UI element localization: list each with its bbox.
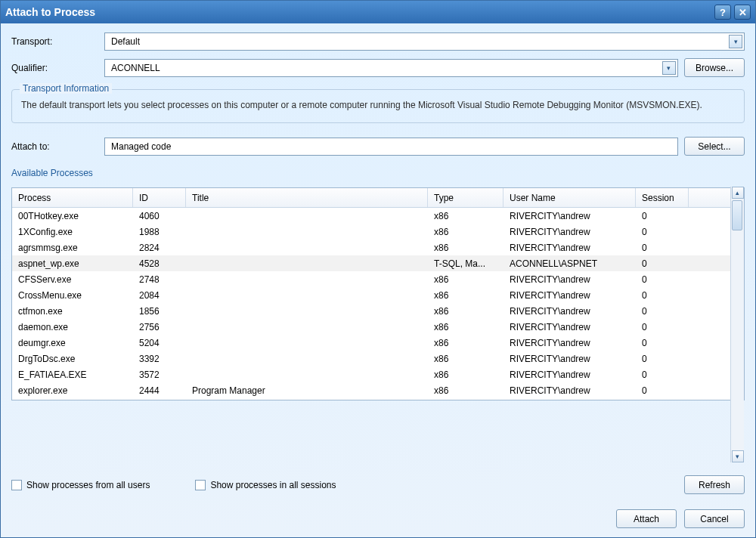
cell-process: E_FATIAEA.EXE xyxy=(12,369,133,380)
qualifier-value: ACONNELL xyxy=(111,63,160,73)
show-all-sessions-label: Show processes in all sessions xyxy=(210,480,336,490)
cell-user: RIVERCITY\andrew xyxy=(503,369,636,380)
cell-type: x86 xyxy=(428,385,503,396)
table-row[interactable]: agrsmmsg.exe2824x86RIVERCITY\andrew0 xyxy=(12,240,744,255)
scroll-up-icon[interactable]: ▴ xyxy=(732,187,744,199)
qualifier-combo[interactable]: ACONNELL ▾ xyxy=(104,59,678,77)
cell-id: 2824 xyxy=(133,243,186,253)
titlebar[interactable]: Attach to Process ? ✕ xyxy=(1,1,755,23)
cell-session: 0 xyxy=(636,211,689,221)
cell-session: 0 xyxy=(636,385,689,396)
show-all-users-checkbox[interactable]: Show processes from all users xyxy=(11,480,150,490)
chevron-down-icon[interactable]: ▾ xyxy=(662,61,676,75)
table-row[interactable]: 1XConfig.exe1988x86RIVERCITY\andrew0 xyxy=(12,224,744,240)
process-list[interactable]: Process ID Title Type User Name Session … xyxy=(11,187,745,400)
table-row[interactable]: aspnet_wp.exe4528T-SQL, Ma...ACONNELL\AS… xyxy=(12,255,744,271)
window-title: Attach to Process xyxy=(5,6,95,18)
transport-info-group: Transport Information The default transp… xyxy=(11,89,745,123)
col-id[interactable]: ID xyxy=(133,188,186,207)
cell-id: 2084 xyxy=(133,290,186,301)
cell-process: 1XConfig.exe xyxy=(12,227,133,237)
table-row[interactable]: E_FATIAEA.EXE3572x86RIVERCITY\andrew0 xyxy=(12,366,744,382)
cell-user: RIVERCITY\andrew xyxy=(503,338,636,348)
cell-type: x86 xyxy=(428,322,503,332)
cell-session: 0 xyxy=(636,338,689,348)
browse-button[interactable]: Browse... xyxy=(684,58,745,77)
cell-session: 0 xyxy=(636,306,689,317)
checkbox-icon[interactable] xyxy=(11,480,22,490)
cell-type: x86 xyxy=(428,369,503,380)
cell-user: RIVERCITY\andrew xyxy=(503,211,636,221)
close-button[interactable]: ✕ xyxy=(734,5,751,20)
chevron-down-icon[interactable]: ▾ xyxy=(729,35,742,48)
cell-title: Program Manager xyxy=(186,385,428,396)
cell-id: 2444 xyxy=(133,385,186,396)
scroll-thumb[interactable] xyxy=(732,200,742,230)
cell-session: 0 xyxy=(636,369,689,380)
table-row[interactable]: CFSServ.exe2748x86RIVERCITY\andrew0 xyxy=(12,271,744,287)
cell-id: 5204 xyxy=(133,338,186,348)
cell-id: 4528 xyxy=(133,258,186,269)
vertical-scrollbar[interactable]: ▴ ▾ xyxy=(730,187,744,462)
col-title[interactable]: Title xyxy=(186,188,428,207)
list-header: Process ID Title Type User Name Session xyxy=(12,188,744,208)
table-row[interactable]: DrgToDsc.exe3392x86RIVERCITY\andrew0 xyxy=(12,351,744,366)
cell-process: 00THotkey.exe xyxy=(12,211,133,221)
cell-user: RIVERCITY\andrew xyxy=(503,227,636,237)
cell-id: 3392 xyxy=(133,354,186,364)
cell-process: aspnet_wp.exe xyxy=(12,258,133,269)
col-type[interactable]: Type xyxy=(428,188,503,207)
show-all-sessions-checkbox[interactable]: Show processes in all sessions xyxy=(195,480,336,490)
cell-type: x86 xyxy=(428,243,503,253)
cell-session: 0 xyxy=(636,290,689,301)
cell-user: RIVERCITY\andrew xyxy=(503,322,636,332)
transport-combo[interactable]: Default ▾ xyxy=(104,32,745,51)
available-processes-label: Available Processes xyxy=(11,168,745,178)
transport-info-title: Transport Information xyxy=(20,83,112,94)
attach-to-process-dialog: Attach to Process ? ✕ Transport: Default… xyxy=(0,0,756,538)
table-row[interactable]: explorer.exe2444Program Managerx86RIVERC… xyxy=(12,382,744,398)
cell-user: ACONNELL\ASPNET xyxy=(503,258,636,269)
attach-button[interactable]: Attach xyxy=(616,509,677,528)
cell-id: 3572 xyxy=(133,369,186,380)
show-all-users-label: Show processes from all users xyxy=(26,480,150,490)
attach-to-label: Attach to: xyxy=(11,141,98,152)
cell-user: RIVERCITY\andrew xyxy=(503,243,636,253)
scroll-down-icon[interactable]: ▾ xyxy=(732,450,744,462)
transport-label: Transport: xyxy=(11,36,98,47)
refresh-button[interactable]: Refresh xyxy=(684,475,745,494)
cell-id: 1988 xyxy=(133,227,186,237)
cell-process: ctfmon.exe xyxy=(12,306,133,317)
cell-process: CFSServ.exe xyxy=(12,274,133,285)
qualifier-label: Qualifier: xyxy=(11,63,98,73)
table-row[interactable]: deumgr.exe5204x86RIVERCITY\andrew0 xyxy=(12,335,744,351)
cell-session: 0 xyxy=(636,243,689,253)
col-process[interactable]: Process xyxy=(12,188,133,207)
cell-type: x86 xyxy=(428,211,503,221)
attach-to-value: Managed code xyxy=(111,141,171,152)
help-button[interactable]: ? xyxy=(714,5,731,20)
transport-info-text: The default transport lets you select pr… xyxy=(21,99,735,112)
cell-process: agrsmmsg.exe xyxy=(12,243,133,253)
cell-process: deumgr.exe xyxy=(12,338,133,348)
transport-value: Default xyxy=(111,36,140,47)
cancel-button[interactable]: Cancel xyxy=(684,509,745,528)
cell-session: 0 xyxy=(636,227,689,237)
cell-process: CrossMenu.exe xyxy=(12,290,133,301)
select-button[interactable]: Select... xyxy=(684,137,745,156)
cell-type: T-SQL, Ma... xyxy=(428,258,503,269)
table-row[interactable]: daemon.exe2756x86RIVERCITY\andrew0 xyxy=(12,319,744,335)
cell-user: RIVERCITY\andrew xyxy=(503,306,636,317)
checkbox-icon[interactable] xyxy=(195,480,206,490)
cell-type: x86 xyxy=(428,274,503,285)
cell-type: x86 xyxy=(428,290,503,301)
col-user[interactable]: User Name xyxy=(503,188,636,207)
cell-user: RIVERCITY\andrew xyxy=(503,354,636,364)
cell-type: x86 xyxy=(428,338,503,348)
table-row[interactable]: ctfmon.exe1856x86RIVERCITY\andrew0 xyxy=(12,303,744,319)
cell-session: 0 xyxy=(636,354,689,364)
cell-id: 2748 xyxy=(133,274,186,285)
table-row[interactable]: 00THotkey.exe4060x86RIVERCITY\andrew0 xyxy=(12,208,744,224)
col-session[interactable]: Session xyxy=(636,188,689,207)
table-row[interactable]: CrossMenu.exe2084x86RIVERCITY\andrew0 xyxy=(12,287,744,303)
